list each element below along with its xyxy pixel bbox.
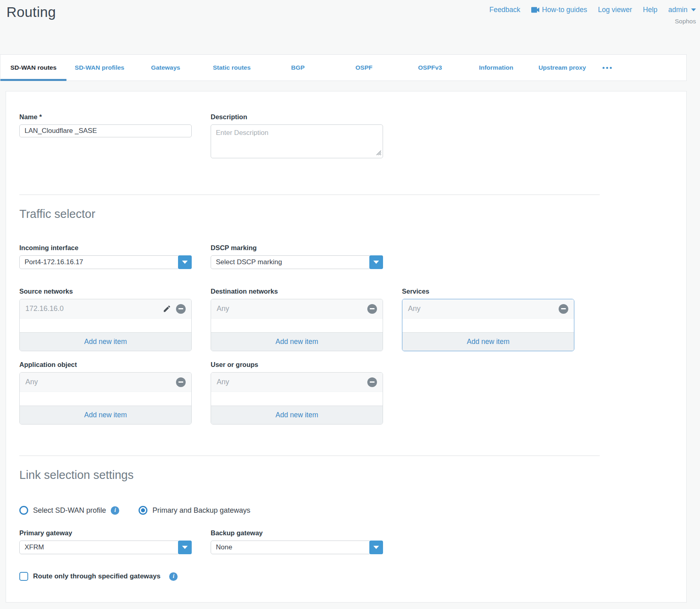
dscp-marking-value: Select DSCP marking bbox=[211, 255, 371, 269]
radio-select-sd-wan-profile[interactable]: Select SD-WAN profile bbox=[19, 506, 119, 515]
remove-item-icon[interactable] bbox=[367, 377, 377, 387]
application-object-add-button[interactable]: Add new item bbox=[20, 406, 191, 424]
route-only-checkbox-row[interactable]: Route only through specified gateways bbox=[19, 572, 686, 581]
primary-gateway-value: XFRM bbox=[19, 541, 180, 554]
application-object-label: Application object bbox=[19, 361, 192, 369]
networks-row: Source networks 172.16.16.0 Add new item… bbox=[19, 288, 686, 351]
link-selection-options: Select SD-WAN profile Primary and Backup… bbox=[19, 506, 686, 515]
help-label: Help bbox=[643, 6, 657, 14]
backup-gateway-dropdown-button[interactable] bbox=[369, 541, 383, 554]
how-to-guides-label: How-to guides bbox=[542, 6, 587, 14]
info-icon[interactable] bbox=[111, 506, 119, 515]
tab-bgp[interactable]: BGP bbox=[265, 55, 331, 81]
tab-sd-wan-profiles[interactable]: SD-WAN profiles bbox=[66, 55, 133, 81]
services-label: Services bbox=[402, 288, 574, 295]
user-or-groups-box: Any Add new item bbox=[211, 372, 383, 425]
interface-dscp-row: Incoming interface Port4-172.16.16.17 DS… bbox=[19, 244, 686, 269]
destination-networks-add-button[interactable]: Add new item bbox=[211, 332, 383, 351]
route-only-label: Route only through specified gateways bbox=[33, 572, 160, 580]
tab-sd-wan-routes[interactable]: SD-WAN routes bbox=[0, 55, 66, 81]
box-spacer bbox=[20, 319, 191, 332]
remove-item-icon[interactable] bbox=[559, 304, 568, 314]
header-links: Feedback How-to guides Log viewer Help a… bbox=[489, 6, 696, 14]
services-add-button[interactable]: Add new item bbox=[402, 332, 574, 351]
list-item-value: 172.16.16.0 bbox=[25, 304, 158, 313]
box-spacer bbox=[211, 319, 383, 332]
caret-down-icon bbox=[182, 261, 188, 264]
tab-gateways[interactable]: Gateways bbox=[133, 55, 199, 81]
application-object-box: Any Add new item bbox=[19, 372, 192, 425]
how-to-guides-link[interactable]: How-to guides bbox=[531, 6, 587, 14]
remove-item-icon[interactable] bbox=[176, 377, 186, 387]
caret-down-icon bbox=[373, 261, 379, 264]
dscp-marking-label: DSCP marking bbox=[211, 244, 383, 252]
remove-item-icon[interactable] bbox=[176, 304, 186, 314]
section-divider bbox=[19, 456, 600, 456]
tab-bar: SD-WAN routes SD-WAN profiles Gateways S… bbox=[0, 54, 687, 81]
incoming-interface-dropdown-button[interactable] bbox=[178, 255, 192, 269]
gateway-row: Primary gateway XFRM Backup gateway None bbox=[19, 529, 686, 554]
list-item: Any bbox=[20, 373, 191, 392]
primary-gateway-dropdown-button[interactable] bbox=[178, 541, 192, 554]
resize-grip-icon[interactable] bbox=[376, 150, 381, 157]
page-title: Routing bbox=[6, 4, 56, 20]
dscp-marking-select[interactable]: Select DSCP marking bbox=[211, 255, 383, 269]
tab-information[interactable]: Information bbox=[463, 55, 529, 81]
primary-gateway-select[interactable]: XFRM bbox=[19, 541, 192, 554]
destination-networks-box: Any Add new item bbox=[211, 299, 383, 351]
source-networks-add-button[interactable]: Add new item bbox=[20, 332, 191, 351]
list-item: Any bbox=[211, 299, 383, 319]
video-camera-icon bbox=[531, 7, 539, 13]
admin-menu[interactable]: admin bbox=[668, 6, 696, 14]
remove-item-icon[interactable] bbox=[367, 304, 377, 314]
radio-primary-backup-gateways[interactable]: Primary and Backup gateways bbox=[139, 506, 250, 515]
application-users-row: Application object Any Add new item User… bbox=[19, 361, 686, 425]
list-item: Any bbox=[211, 373, 383, 392]
brand-text: Sophos bbox=[489, 18, 696, 25]
caret-down-icon bbox=[373, 546, 379, 549]
name-description-row: Name * Description bbox=[19, 113, 686, 160]
backup-gateway-value: None bbox=[211, 541, 371, 554]
list-item: Any bbox=[402, 299, 574, 319]
list-item-value: Any bbox=[408, 304, 554, 313]
ellipsis-icon[interactable] bbox=[595, 55, 619, 81]
backup-gateway-select[interactable]: None bbox=[211, 541, 383, 554]
box-spacer bbox=[402, 319, 574, 332]
list-item-value: Any bbox=[217, 378, 362, 386]
list-item: 172.16.16.0 bbox=[20, 299, 191, 319]
box-spacer bbox=[211, 392, 383, 406]
caret-down-icon bbox=[691, 8, 696, 11]
edit-pencil-icon[interactable] bbox=[163, 304, 171, 313]
section-divider bbox=[19, 195, 600, 195]
header-right: Feedback How-to guides Log viewer Help a… bbox=[489, 6, 696, 25]
services-box: Any Add new item bbox=[402, 299, 574, 351]
user-or-groups-label: User or groups bbox=[211, 361, 383, 369]
destination-networks-label: Destination networks bbox=[211, 288, 383, 295]
tab-static-routes[interactable]: Static routes bbox=[199, 55, 265, 81]
tab-ospf[interactable]: OSPF bbox=[331, 55, 397, 81]
description-label: Description bbox=[211, 113, 383, 121]
link-selection-heading: Link selection settings bbox=[19, 467, 686, 483]
list-item-value: Any bbox=[25, 378, 171, 386]
sd-wan-route-form: Name * Description Traffic selector Inco… bbox=[6, 91, 687, 603]
traffic-selector-heading: Traffic selector bbox=[19, 206, 686, 222]
dscp-marking-dropdown-button[interactable] bbox=[369, 255, 383, 269]
box-spacer bbox=[20, 392, 191, 406]
incoming-interface-select[interactable]: Port4-172.16.16.17 bbox=[19, 255, 192, 269]
source-networks-box: 172.16.16.0 Add new item bbox=[19, 299, 192, 351]
help-link[interactable]: Help bbox=[643, 6, 657, 14]
user-or-groups-add-button[interactable]: Add new item bbox=[211, 406, 383, 424]
log-viewer-link[interactable]: Log viewer bbox=[598, 6, 632, 14]
radio-label: Primary and Backup gateways bbox=[152, 506, 250, 515]
name-label: Name * bbox=[19, 113, 192, 121]
name-input[interactable] bbox=[19, 124, 192, 137]
info-icon[interactable] bbox=[169, 572, 178, 581]
description-textarea[interactable] bbox=[211, 124, 383, 158]
feedback-label: Feedback bbox=[489, 6, 520, 14]
caret-down-icon bbox=[182, 546, 188, 549]
backup-gateway-label: Backup gateway bbox=[211, 529, 383, 537]
feedback-link[interactable]: Feedback bbox=[489, 6, 520, 14]
radio-label: Select SD-WAN profile bbox=[33, 506, 106, 515]
tab-ospfv3[interactable]: OSPFv3 bbox=[397, 55, 463, 81]
tab-upstream-proxy[interactable]: Upstream proxy bbox=[529, 55, 595, 81]
